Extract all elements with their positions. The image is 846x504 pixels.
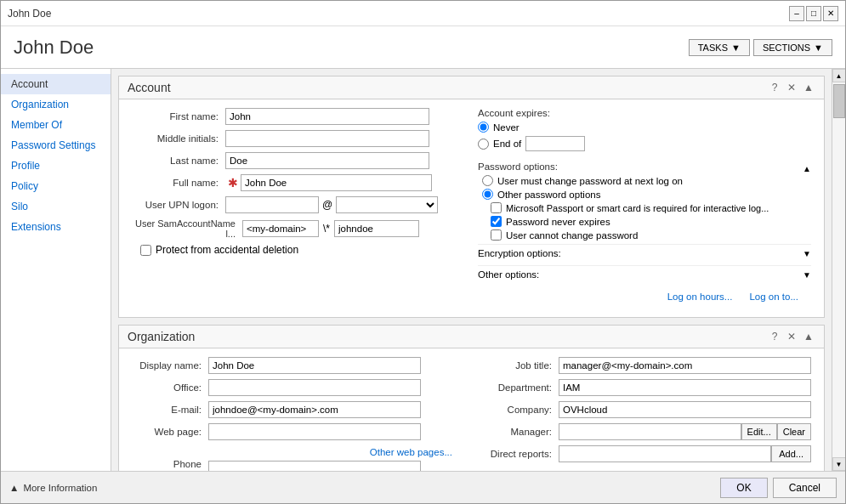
logon-to-button[interactable]: Log on to...	[749, 292, 798, 302]
more-info-toggle[interactable]: ▲ More Information	[9, 483, 97, 493]
job-title-label: Job title:	[482, 360, 559, 371]
main-window: John Doe – □ ✕ John Doe TASKS ▼ SECTIONS…	[0, 0, 846, 504]
other-webpages-button[interactable]: Other web pages...	[370, 447, 452, 457]
pw-other-opts-radio[interactable]	[482, 189, 493, 200]
job-title-input[interactable]	[559, 357, 811, 374]
full-name-input[interactable]	[241, 174, 432, 191]
account-panel: Account ? ✕ ▲ F	[118, 76, 825, 318]
more-info-label: More Information	[23, 483, 97, 493]
manager-input[interactable]	[559, 423, 741, 440]
sidebar-item-organization[interactable]: Organization	[1, 94, 111, 115]
expires-endof-row: End of	[478, 136, 811, 151]
minimize-button[interactable]: –	[789, 6, 804, 21]
sam-domain-input[interactable]	[242, 220, 319, 237]
maximize-button[interactable]: □	[806, 6, 821, 21]
scrollbar-up-arrow[interactable]: ▲	[832, 69, 846, 82]
scrollbar-thumb[interactable]	[833, 84, 845, 118]
sidebar-item-policy[interactable]: Policy	[1, 176, 111, 196]
ok-button[interactable]: OK	[720, 478, 767, 498]
password-opts-title: Password options:	[478, 161, 558, 172]
cancel-button[interactable]: Cancel	[773, 478, 837, 498]
pw-passport-label: Microsoft Passport or smart card is requ…	[506, 203, 769, 213]
sidebar-item-profile[interactable]: Profile	[1, 156, 111, 176]
job-title-row: Job title:	[482, 357, 811, 374]
department-label: Department:	[482, 382, 559, 393]
phone-numbers-label: Phone numbers:	[132, 459, 208, 471]
expires-never-radio[interactable]	[478, 122, 489, 133]
sections-button[interactable]: SECTIONS ▼	[753, 39, 832, 56]
expires-date-input[interactable]	[525, 136, 585, 151]
sidebar-item-extensions[interactable]: Extensions	[1, 217, 111, 237]
upn-domain-select[interactable]	[336, 196, 438, 213]
upn-username-input[interactable]	[225, 196, 319, 213]
middle-initials-row: Middle initials:	[132, 130, 465, 147]
pw-cannot-change-label: User cannot change password	[506, 230, 638, 241]
pw-cannot-change-checkbox[interactable]	[491, 229, 502, 241]
org-close-icon[interactable]: ✕	[785, 330, 798, 343]
department-input[interactable]	[559, 379, 811, 396]
middle-initials-input[interactable]	[225, 130, 429, 147]
clear-manager-button[interactable]: Clear	[777, 423, 811, 440]
password-collapse-icon[interactable]: ▲	[803, 164, 811, 173]
account-close-icon[interactable]: ✕	[785, 81, 798, 94]
pw-other-opts-label: Other password options	[497, 190, 600, 200]
upn-at-sign: @	[322, 199, 332, 211]
other-webpages-row: Other web pages...	[132, 445, 461, 459]
sam-fields: \*	[242, 220, 419, 237]
footer: ▲ More Information OK Cancel	[1, 471, 845, 503]
account-collapse-icon[interactable]: ▲	[802, 81, 815, 94]
account-left-col: First name: Middle initials:	[132, 108, 465, 283]
direct-reports-input[interactable]	[559, 445, 771, 462]
pw-never-expires-checkbox[interactable]	[491, 216, 502, 227]
account-help-icon[interactable]: ?	[768, 81, 781, 94]
organization-section-title: Organization	[128, 330, 195, 343]
organization-section-icons: ? ✕ ▲	[768, 330, 815, 343]
protect-checkbox[interactable]	[140, 245, 151, 256]
pw-other-opts-row: Other password options	[482, 189, 811, 200]
sidebar-item-password-settings[interactable]: Password Settings	[1, 135, 111, 156]
scrollbar-down-arrow[interactable]: ▼	[832, 457, 846, 471]
header-bar: John Doe TASKS ▼ SECTIONS ▼	[1, 26, 845, 69]
content-area: Account ? ✕ ▲ F	[111, 69, 832, 471]
scrollbar: ▲ ▼	[832, 69, 845, 471]
encryption-chevron-icon[interactable]: ▼	[803, 249, 811, 258]
full-name-row: Full name: ✱	[132, 174, 465, 191]
tasks-button[interactable]: TASKS ▼	[689, 39, 750, 56]
pw-passport-row: Microsoft Passport or smart card is requ…	[491, 202, 811, 213]
account-form-body: First name: Middle initials:	[119, 99, 824, 317]
sam-separator: \*	[323, 223, 330, 235]
logon-hours-button[interactable]: Log on hours...	[667, 292, 733, 302]
expires-never-label: Never	[493, 122, 520, 133]
sidebar-item-silo[interactable]: Silo	[1, 196, 111, 217]
email-input[interactable]	[208, 401, 421, 418]
phone-numbers-input[interactable]	[208, 461, 421, 471]
first-name-label: First name:	[132, 111, 225, 122]
last-name-input[interactable]	[225, 152, 429, 169]
page-title: John Doe	[14, 37, 94, 59]
office-input[interactable]	[208, 379, 421, 396]
company-input[interactable]	[559, 401, 811, 418]
org-help-icon[interactable]: ?	[768, 330, 781, 343]
first-name-input[interactable]	[225, 108, 429, 125]
direct-reports-row: Direct reports: Add...	[482, 445, 811, 462]
pw-passport-checkbox[interactable]	[491, 202, 502, 213]
last-name-row: Last name:	[132, 152, 465, 169]
pw-must-change-radio[interactable]	[482, 175, 493, 186]
sidebar-item-member-of[interactable]: Member Of	[1, 115, 111, 135]
expires-endof-radio[interactable]	[478, 139, 489, 150]
sidebar-item-account[interactable]: Account	[1, 74, 111, 94]
sidebar: Account Organization Member Of Password …	[1, 69, 111, 471]
edit-manager-button[interactable]: Edit...	[741, 423, 777, 440]
org-collapse-icon[interactable]: ▲	[802, 330, 815, 343]
full-name-label: Full name:	[132, 178, 225, 188]
web-page-input[interactable]	[208, 423, 421, 440]
main-content: Account Organization Member Of Password …	[1, 69, 845, 471]
display-name-input[interactable]	[208, 357, 421, 374]
sam-label: User SamAccountName l...	[132, 218, 242, 239]
organization-section-header: Organization ? ✕ ▲	[119, 326, 824, 348]
sam-username-input[interactable]	[334, 220, 419, 237]
add-direct-report-button[interactable]: Add...	[771, 445, 811, 462]
footer-buttons: OK Cancel	[720, 478, 837, 498]
other-options-chevron-icon[interactable]: ▼	[803, 270, 811, 280]
close-button[interactable]: ✕	[823, 6, 838, 21]
